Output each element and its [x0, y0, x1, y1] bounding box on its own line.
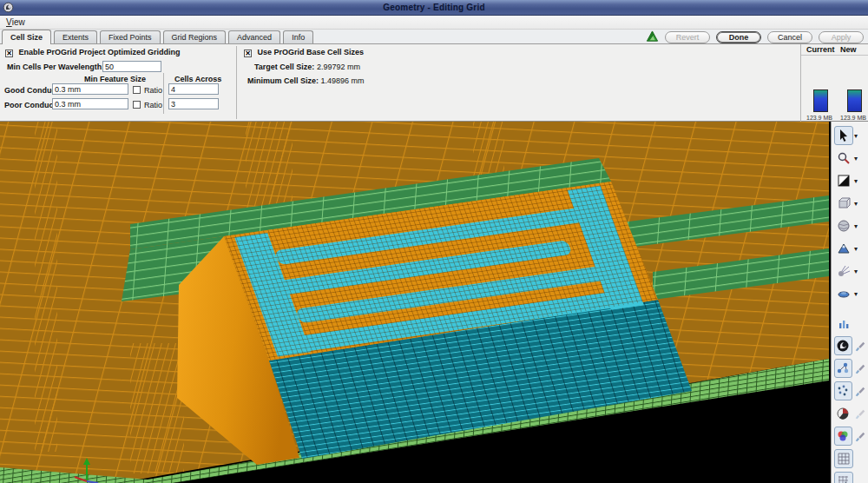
memory-divider-line: [801, 55, 868, 56]
lighting-tool-row: ▾: [834, 261, 868, 281]
points-display-toggle[interactable]: [834, 381, 852, 400]
points-icon: [836, 384, 850, 398]
use-base-cell-checkbox[interactable]: [244, 50, 252, 57]
view-toolbar: ▾▾▾▾▾▾▾▾: [831, 122, 868, 483]
memory-current-label: Current: [806, 45, 835, 54]
toolbar-separator: [832, 306, 868, 313]
zoom-icon: [837, 151, 851, 165]
pie-display-toggle-brush[interactable]: [853, 406, 868, 421]
points-display-toggle-brush[interactable]: [853, 383, 868, 399]
molecule-icon: [836, 361, 850, 375]
camera-view-tool[interactable]: [834, 239, 853, 258]
good-conductors-cells-input[interactable]: [168, 83, 219, 95]
pie-display-toggle-row: [834, 403, 868, 424]
lighting-tool-dropdown[interactable]: ▾: [854, 268, 858, 275]
good-conductors-feature-input[interactable]: [52, 83, 128, 95]
title-bar: Geometry - Editing Grid: [0, 0, 868, 16]
logo-display-toggle-row: [834, 335, 868, 356]
lighting-tool[interactable]: [834, 261, 853, 281]
remcom-logo-icon: [646, 30, 659, 43]
zoom-tool-dropdown[interactable]: ▾: [854, 155, 858, 162]
geometry-3d-viewport[interactable]: [0, 122, 831, 483]
camera-view-tool-row: ▾: [834, 238, 868, 259]
cube-icon: [837, 196, 851, 210]
results-chart-tool[interactable]: [834, 314, 853, 333]
solid-view-tool-dropdown[interactable]: ▾: [854, 222, 858, 230]
brush-icon: [854, 430, 866, 442]
logo-display-toggle-brush[interactable]: [853, 338, 868, 354]
mountain-icon: [837, 242, 851, 255]
grid-view-tool[interactable]: [834, 194, 853, 213]
chart-icon: [837, 316, 851, 330]
menu-view[interactable]: View: [0, 16, 31, 29]
contrast-view-tool-row: ▾: [834, 170, 868, 191]
memory-new-value: 123.9 MB: [840, 115, 866, 121]
grid-view-tool-dropdown[interactable]: ▾: [854, 200, 858, 208]
contrast-view-tool-dropdown[interactable]: ▾: [854, 177, 858, 185]
revert-button[interactable]: Revert: [665, 31, 710, 43]
good-ratio-label: Ratio: [144, 86, 162, 95]
cancel-button[interactable]: Cancel: [767, 31, 812, 43]
apply-button[interactable]: Apply: [819, 31, 864, 43]
target-cell-size-label: Target Cell Size:: [254, 63, 314, 71]
colors-display-toggle[interactable]: [834, 427, 852, 446]
cutplane-tool-dropdown[interactable]: ▾: [854, 290, 858, 298]
memory-panel-divider: [800, 44, 801, 122]
brush-icon: [854, 385, 866, 397]
good-conductors-ratio-checkbox[interactable]: [133, 86, 141, 94]
poor-conductors-feature-input[interactable]: [52, 98, 128, 109]
memory-new-gauge: [847, 89, 862, 112]
contrast-icon: [837, 174, 851, 188]
brush-icon: [854, 407, 866, 420]
brush-icon: [854, 362, 866, 374]
solid-view-tool[interactable]: [834, 216, 853, 235]
mesh-display-toggle[interactable]: [834, 449, 853, 468]
poor-ratio-label: Ratio: [144, 101, 162, 109]
pie-display-toggle[interactable]: [834, 404, 852, 423]
grid-view-tool-row: ▾: [834, 193, 868, 214]
molecule-display-toggle-brush[interactable]: [853, 361, 868, 376]
zoom-tool[interactable]: [834, 149, 853, 168]
enable-progrid-checkbox[interactable]: [5, 50, 13, 57]
memory-new-label: New: [840, 45, 857, 54]
target-cell-size-value: 2.99792 mm: [317, 63, 360, 71]
cutplane-tool[interactable]: [834, 284, 853, 303]
tab-extents[interactable]: Extents: [54, 30, 97, 43]
brush-icon: [854, 340, 866, 352]
cutplane-tool-row: ▾: [834, 283, 868, 304]
colors-icon: [836, 429, 850, 443]
mesh-edit-tool[interactable]: [834, 472, 853, 483]
header-actions: Revert Done Cancel Apply: [646, 30, 864, 43]
window-title: Geometry - Editing Grid: [0, 3, 868, 12]
cell-size-panel: Enable PrOGrid Project Optimized Griddin…: [0, 44, 868, 122]
pie-icon: [836, 407, 850, 420]
select-tool-row: ▾: [834, 125, 868, 146]
select-tool-dropdown[interactable]: ▾: [854, 132, 858, 140]
enable-progrid-label: Enable PrOGrid Project Optimized Griddin…: [19, 48, 181, 56]
sphere-icon: [837, 219, 851, 233]
tab-fixed-points[interactable]: Fixed Points: [100, 30, 161, 43]
done-button[interactable]: Done: [716, 31, 761, 43]
tab-cell-size[interactable]: Cell Size: [2, 30, 51, 44]
cells-across-header: Cells Across: [174, 75, 221, 83]
use-base-cell-label: Use PrOGrid Base Cell Sizes: [258, 48, 365, 56]
min-cells-input[interactable]: [102, 61, 161, 72]
disc-icon: [837, 287, 851, 301]
tab-grid-regions[interactable]: Grid Regions: [163, 30, 227, 43]
light-icon: [837, 264, 851, 278]
poor-conductors-cells-input[interactable]: [168, 98, 219, 109]
select-tool[interactable]: [834, 126, 853, 145]
tab-info[interactable]: Info: [283, 30, 313, 43]
camera-view-tool-dropdown[interactable]: ▾: [854, 245, 858, 253]
meshedit-icon: [837, 474, 851, 483]
contrast-view-tool[interactable]: [834, 171, 853, 190]
poor-conductors-ratio-checkbox[interactable]: [133, 101, 141, 109]
molecule-display-toggle[interactable]: [834, 359, 852, 378]
tab-advanced[interactable]: Advanced: [228, 30, 280, 43]
mesh-edit-tool-row: [834, 471, 868, 483]
results-chart-tool-row: [834, 313, 868, 334]
minimum-cell-size-label: Minimum Cell Size:: [247, 76, 319, 85]
logo-display-toggle[interactable]: [834, 336, 852, 355]
colors-display-toggle-brush[interactable]: [853, 428, 868, 444]
colors-display-toggle-row: [834, 426, 868, 447]
